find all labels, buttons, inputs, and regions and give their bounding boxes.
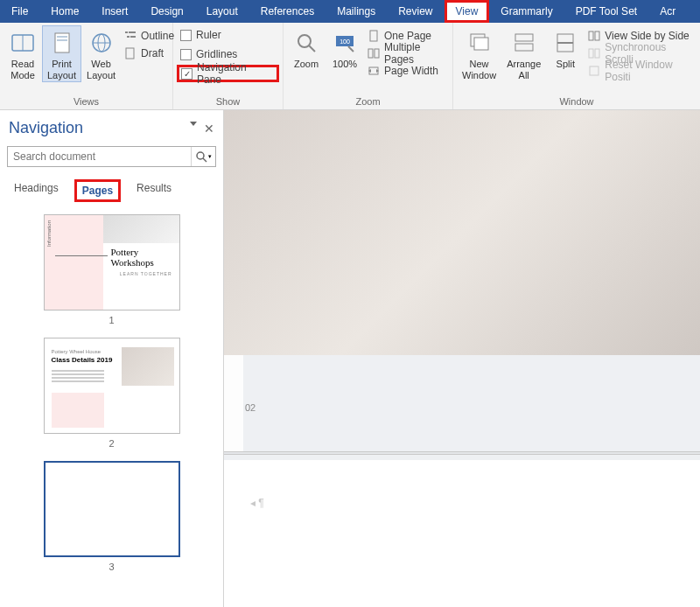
page-separator (224, 451, 700, 455)
navigation-header: Navigation ✕ (0, 110, 223, 143)
close-icon[interactable]: ✕ (204, 122, 214, 136)
zoom-100-button[interactable]: 100 100% (326, 25, 364, 71)
read-mode-button[interactable]: Read Mode (4, 25, 42, 82)
nav-tab-pages[interactable]: Pages (74, 179, 121, 202)
checkbox-checked-icon: ✓ (181, 68, 192, 80)
nav-tab-headings[interactable]: Headings (9, 179, 64, 202)
svg-rect-32 (590, 66, 598, 75)
window-group-label: Window (453, 94, 700, 109)
dropdown-icon[interactable] (190, 122, 197, 126)
svg-point-33 (197, 152, 204, 159)
new-window-button[interactable]: New Window (457, 25, 501, 82)
arrange-all-button[interactable]: Arrange All (501, 25, 546, 82)
navigation-tabs: Headings Pages Results (0, 171, 223, 207)
document-area[interactable]: ↵ ↵ ↵ ↵ ↵ ↵ 02 ◂ ¶ (224, 110, 700, 607)
svg-line-17 (348, 46, 354, 52)
tab-references[interactable]: References (249, 0, 326, 23)
draft-button[interactable]: Draft (121, 45, 178, 62)
multiple-pages-button[interactable]: Multiple Pages (364, 45, 449, 62)
zoom-100-label: 100% (332, 59, 357, 70)
tab-view[interactable]: View (444, 0, 490, 23)
print-layout-label: Print Layout (47, 59, 76, 81)
web-layout-icon (88, 29, 116, 57)
ribbon-group-show: Ruler Gridlines ✓Navigation Pane Show (173, 23, 284, 109)
ruler-checkbox[interactable]: Ruler (177, 26, 279, 44)
arrange-all-icon (510, 29, 538, 57)
web-layout-button[interactable]: Web Layout (81, 25, 121, 82)
thumb-number: 3 (108, 562, 114, 572)
svg-rect-11 (130, 36, 136, 38)
multiple-pages-icon (368, 47, 380, 59)
thumbnail-item: Pottery Wheel House Class Details 2019 2 (0, 338, 223, 449)
checkbox-icon (180, 49, 192, 60)
split-icon (551, 29, 579, 57)
thumb2-kicker: Pottery Wheel House (52, 349, 102, 354)
svg-rect-19 (368, 49, 373, 58)
new-window-label: New Window (462, 59, 496, 81)
page-width-button[interactable]: Page Width (364, 62, 449, 80)
thumbnail-item: Information Pottery Workshops LEARN TOGE… (0, 214, 223, 325)
print-layout-icon (48, 29, 76, 57)
tab-home[interactable]: Home (39, 0, 90, 23)
draft-label: Draft (141, 47, 164, 59)
tab-mailings[interactable]: Mailings (326, 0, 387, 23)
thumb1-info: Information (46, 220, 52, 247)
page-thumbnail-1[interactable]: Information Pottery Workshops LEARN TOGE… (44, 214, 180, 310)
navigation-panel: Navigation ✕ ▾ Headings Pages Results In… (0, 110, 224, 607)
svg-rect-29 (595, 31, 599, 40)
side-by-side-label: View Side by Side (605, 30, 690, 42)
split-button[interactable]: Split (546, 25, 584, 71)
page-thumbnail-2[interactable]: Pottery Wheel House Class Details 2019 (44, 338, 180, 434)
svg-rect-10 (127, 36, 130, 38)
navigation-pane-checkbox[interactable]: ✓Navigation Pane (177, 65, 279, 82)
tab-review[interactable]: Review (387, 0, 444, 23)
ribbon-group-views: Read Mode Print Layout Web Layout Outlin… (0, 23, 173, 109)
read-mode-icon (9, 29, 37, 57)
tab-design[interactable]: Design (139, 0, 194, 23)
nav-tab-results[interactable]: Results (131, 179, 177, 202)
search-input[interactable] (8, 147, 191, 166)
tab-pdf-tool-set[interactable]: PDF Tool Set (564, 0, 648, 23)
document-page-next (224, 460, 700, 607)
page-width-label: Page Width (384, 65, 438, 77)
sync-scroll-icon (588, 47, 600, 59)
svg-rect-30 (589, 49, 593, 58)
svg-rect-23 (474, 38, 488, 50)
outline-icon (124, 30, 136, 42)
zoom-label: Zoom (294, 59, 318, 70)
reset-window-position-button[interactable]: Reset Window Positi (584, 62, 696, 80)
print-layout-button[interactable]: Print Layout (42, 25, 81, 82)
svg-rect-25 (515, 44, 533, 51)
zoom-group-label: Zoom (284, 94, 452, 109)
read-mode-label: Read Mode (10, 59, 35, 81)
show-group-label: Show (173, 94, 283, 109)
tab-file[interactable]: File (0, 0, 39, 23)
gridlines-checkbox[interactable]: Gridlines (177, 45, 279, 63)
checkbox-icon (180, 30, 192, 41)
tab-grammarly[interactable]: Grammarly (489, 0, 564, 23)
search-button[interactable]: ▾ (191, 147, 215, 166)
svg-line-34 (203, 158, 206, 162)
outline-button[interactable]: Outline (121, 27, 178, 45)
ribbon-group-zoom: Zoom 100 100% One Page Multiple Pages Pa… (284, 23, 453, 109)
svg-rect-9 (129, 31, 136, 33)
gridlines-label: Gridlines (196, 48, 237, 60)
thumb1-sub: LEARN TOGETHER (120, 271, 172, 276)
one-page-icon (368, 30, 380, 42)
tab-acrobat[interactable]: Acr (648, 0, 687, 23)
views-group-label: Views (0, 94, 172, 109)
svg-text:100: 100 (340, 38, 350, 45)
zoom-button[interactable]: Zoom (287, 25, 326, 71)
zoom-100-icon: 100 (331, 29, 359, 57)
ribbon: Read Mode Print Layout Web Layout Outlin… (0, 23, 700, 110)
page-thumbnail-3[interactable] (44, 461, 180, 557)
one-page-label: One Page (384, 30, 431, 42)
split-label: Split (556, 59, 575, 70)
thumb-number: 2 (108, 438, 114, 449)
tab-layout[interactable]: Layout (195, 0, 249, 23)
page-thumbnails: Information Pottery Workshops LEARN TOGE… (0, 207, 223, 607)
side-by-side-icon (588, 30, 600, 42)
svg-rect-4 (57, 39, 67, 41)
thumbnail-item: 3 (0, 461, 223, 572)
tab-insert[interactable]: Insert (90, 0, 139, 23)
